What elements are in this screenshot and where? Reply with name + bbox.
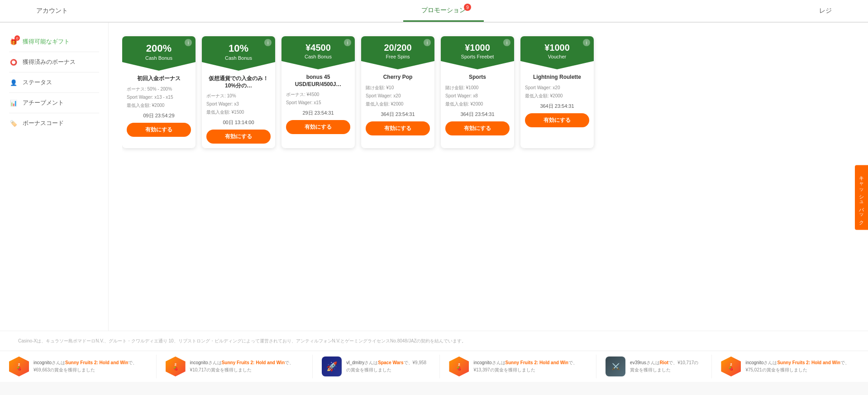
card6-details: Sport Wager: x20 最低入金額: ¥2000 xyxy=(525,84,589,100)
top-nav: アカウント プロモーション 9 レジ xyxy=(0,0,868,23)
card2-type: Cash Bonus xyxy=(206,55,271,61)
promo-card-2: i 10% Cash Bonus 仮想通貨での入金のみ！10%分の… ボーナス:… xyxy=(202,36,275,148)
card3-body: bonus 45 USD/EUR/4500J… ボーナス: ¥4500 Spor… xyxy=(281,69,355,139)
card3-title: bonus 45 USD/EUR/4500J… xyxy=(286,74,350,88)
win3-game-icon: 🚀 xyxy=(322,356,342,376)
card6-title: Lightning Roulette xyxy=(525,74,589,81)
card2-details: ボーナス: 10% Sport Wager: x3 最低入金額: ¥1500 xyxy=(206,92,271,116)
card4-activate-btn[interactable]: 有効にする xyxy=(366,121,430,135)
promo-card-1: i 200% Cash Bonus 初回入金ボーナス ボーナス: 50% - 2… xyxy=(122,36,196,148)
promo-card-3: i ¥4500 Cash Bonus bonus 45 USD/EUR/4500… xyxy=(281,36,355,148)
card4-type: Free Spins xyxy=(366,54,430,59)
win2-game-link[interactable]: Sunny Fruits 2: Hold and Win xyxy=(222,360,285,365)
nav-item-promotions[interactable]: プロモーション 9 xyxy=(403,0,484,22)
win-item-3: 🚀 vl_dmitryさんはSpace Warsで、¥9,958の賞金を獲得しま… xyxy=(313,355,440,378)
card4-timer: 364日 23:54:31 xyxy=(366,111,430,118)
bar-chart-icon: 📊 xyxy=(9,98,18,107)
win-item-1: 2🍓 incognitoさんはSunny Fruits 2: Hold and … xyxy=(0,355,157,378)
card1-header: i 200% Cash Bonus xyxy=(122,36,196,71)
win2-text: incognitoさんはSunny Fruits 2: Hold and Win… xyxy=(190,359,304,374)
sidebar-item-bonus-code[interactable]: 🏷️ ボーナスコード xyxy=(0,113,108,133)
win1-game-icon: 2🍓 xyxy=(9,356,29,376)
nav-item-account[interactable]: アカウント xyxy=(18,0,86,22)
win4-text: incognitoさんはSunny Fruits 2: Hold and Win… xyxy=(473,359,587,374)
card1-type: Cash Bonus xyxy=(127,55,191,61)
info-icon-3[interactable]: i xyxy=(344,39,351,46)
card2-activate-btn[interactable]: 有効にする xyxy=(206,130,271,144)
sidebar-item-status[interactable]: 👤 ステータス xyxy=(0,72,108,92)
card3-type: Cash Bonus xyxy=(286,54,350,59)
card6-type: Voucher xyxy=(525,54,589,59)
win1-game-link[interactable]: Sunny Fruits 2: Hold and Win xyxy=(65,360,128,365)
card4-value: 20/200 xyxy=(366,43,430,53)
card1-value: 200% xyxy=(127,43,191,54)
win3-game-link[interactable]: Space Wars xyxy=(378,360,403,365)
card1-activate-btn[interactable]: 有効にする xyxy=(127,123,191,137)
promo-badge: 9 xyxy=(464,4,471,11)
card2-value: 10% xyxy=(206,43,271,54)
card2-title: 仮想通貨での入金のみ！10%分の… xyxy=(206,75,271,89)
win4-game-icon: 2🍓 xyxy=(449,356,469,376)
card5-activate-btn[interactable]: 有効にする xyxy=(445,121,510,135)
card3-details: ボーナス: ¥4500 Sport Wager: x15 xyxy=(286,91,350,107)
win6-text: incognitoさんはSunny Fruits 2: Hold and Win… xyxy=(745,359,859,374)
info-icon-5[interactable]: i xyxy=(503,39,510,46)
win-item-2: 2🍓 incognitoさんはSunny Fruits 2: Hold and … xyxy=(157,355,313,378)
card6-body: Lightning Roulette Sport Wager: x20 最低入金… xyxy=(520,69,594,132)
card4-header: i 20/200 Free Spins xyxy=(361,36,434,69)
card4-details: 賭け金額: ¥10 Sport Wager: x20 最低入金額: ¥2000 xyxy=(366,84,430,108)
card2-timer: 00日 13:14:00 xyxy=(206,119,271,126)
info-icon-4[interactable]: i xyxy=(424,39,431,46)
card2-header: i 10% Cash Bonus xyxy=(202,36,275,71)
footer: Casino-Xは、キュラソー島ポマドーロN.V.、グルート・クワルディエ通り … xyxy=(0,331,868,351)
main-layout: 🎁 0 獲得可能なギフト ⭕ 獲得済みのボーナス 👤 ステータス 📊 アチーブメ… xyxy=(0,23,868,331)
card5-details: 賭け金額: ¥1000 Sport Wager: x8 最低入金額: ¥2000 xyxy=(445,84,510,108)
promo-card-4: i 20/200 Free Spins Cherry Pop 賭け金額: ¥10… xyxy=(361,36,434,148)
card6-activate-btn[interactable]: 有効にする xyxy=(525,113,589,127)
win1-text: incognitoさんはSunny Fruits 2: Hold and Win… xyxy=(33,359,147,374)
win2-game-icon: 2🍓 xyxy=(166,356,186,376)
info-icon-1[interactable]: i xyxy=(185,39,192,46)
info-icon-6[interactable]: i xyxy=(583,39,590,46)
sidebar-item-achievements[interactable]: 📊 アチーブメント xyxy=(0,93,108,113)
wins-ticker: 2🍓 incognitoさんはSunny Fruits 2: Hold and … xyxy=(0,351,868,382)
card5-timer: 364日 23:54:31 xyxy=(445,111,510,118)
card3-value: ¥4500 xyxy=(286,43,350,53)
card1-body: 初回入金ボーナス ボーナス: 50% - 200% Sport Wager: x… xyxy=(122,71,196,141)
card4-title: Cherry Pop xyxy=(366,74,430,81)
card5-header: i ¥1000 Sports Freebet xyxy=(441,36,514,69)
sidebar-item-bonuses[interactable]: ⭕ 獲得済みのボーナス xyxy=(0,52,108,72)
card6-timer: 364日 23:54:31 xyxy=(525,103,589,110)
gift-badge: 0 xyxy=(14,35,20,41)
nav-item-register[interactable]: レジ xyxy=(801,0,850,22)
win-item-5: ⚔️ ev39rusさんはRiotで、¥10,717の賞金を獲得しました xyxy=(596,355,712,378)
sidebar-item-gifts[interactable]: 🎁 0 獲得可能なギフト xyxy=(0,32,108,52)
win5-game-icon: ⚔️ xyxy=(606,356,625,376)
card3-activate-btn[interactable]: 有効にする xyxy=(286,120,350,134)
gift-icon: 🎁 0 xyxy=(9,37,18,46)
card1-title: 初回入金ボーナス xyxy=(127,75,191,82)
win5-text: ev39rusさんはRiotで、¥10,717の賞金を獲得しました xyxy=(630,359,702,374)
win-item-4: 2🍓 incognitoさんはSunny Fruits 2: Hold and … xyxy=(440,355,596,378)
content-area: i 200% Cash Bonus 初回入金ボーナス ボーナス: 50% - 2… xyxy=(109,23,868,331)
card2-body: 仮想通貨での入金のみ！10%分の… ボーナス: 10% Sport Wager:… xyxy=(202,71,275,148)
promo-card-6: i ¥1000 Voucher Lightning Roulette Sport… xyxy=(520,36,594,148)
footer-text: Casino-Xは、キュラソー島ポマドーロN.V.、グルート・クワルディエ通り … xyxy=(18,337,850,344)
card3-header: i ¥4500 Cash Bonus xyxy=(281,36,355,69)
card6-header: i ¥1000 Voucher xyxy=(520,36,594,69)
card4-body: Cherry Pop 賭け金額: ¥10 Sport Wager: x20 最低… xyxy=(361,69,434,140)
tag-icon: 🏷️ xyxy=(9,119,18,128)
win5-game-link[interactable]: Riot xyxy=(660,360,668,365)
card5-value: ¥1000 xyxy=(445,43,510,53)
win4-game-link[interactable]: Sunny Fruits 2: Hold and Win xyxy=(506,360,568,365)
win6-game-link[interactable]: Sunny Fruits 2: Hold and Win xyxy=(777,360,840,365)
card3-timer: 29日 23:54:31 xyxy=(286,110,350,116)
promo-card-5: i ¥1000 Sports Freebet Sports 賭け金額: ¥100… xyxy=(441,36,514,148)
card5-body: Sports 賭け金額: ¥1000 Sport Wager: x8 最低入金額… xyxy=(441,69,514,140)
card5-title: Sports xyxy=(445,74,510,81)
star-icon: ⭕ xyxy=(9,58,18,67)
card6-value: ¥1000 xyxy=(525,43,589,53)
info-icon-2[interactable]: i xyxy=(264,39,272,46)
side-cashback-button[interactable]: キャッシュバック xyxy=(855,165,868,230)
card1-timer: 09日 23:54:29 xyxy=(127,112,191,119)
